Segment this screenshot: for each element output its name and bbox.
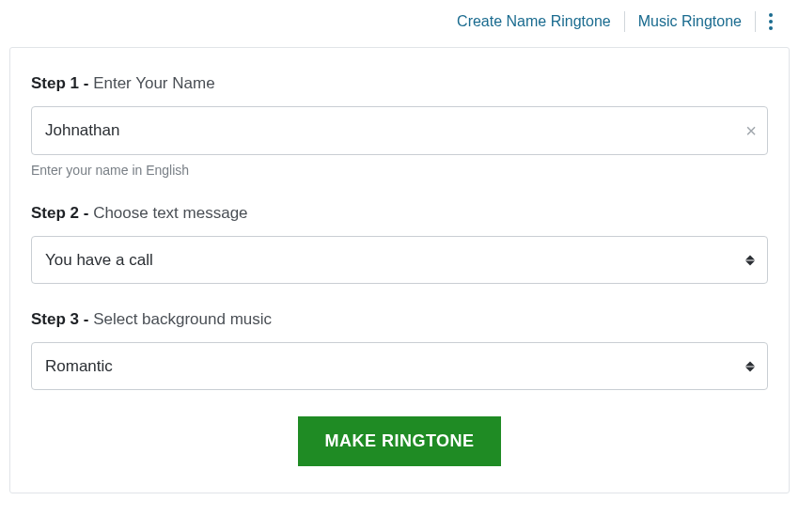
clear-icon[interactable]: ×: [745, 121, 757, 140]
step1-label: Step 1 - Enter Your Name: [31, 74, 768, 93]
kebab-menu-icon[interactable]: [756, 13, 782, 30]
music-select-wrap: Romantic: [31, 342, 768, 390]
step3-label: Step 3 - Select background music: [31, 310, 768, 329]
ringtone-form-card: Step 1 - Enter Your Name × Enter your na…: [9, 47, 790, 493]
name-input[interactable]: [31, 106, 768, 155]
step2-label: Step 2 - Choose text message: [31, 204, 768, 223]
submit-wrap: MAKE RINGTONE: [31, 416, 768, 466]
name-input-wrap: ×: [31, 106, 768, 155]
top-nav: Create Name Ringtone Music Ringtone: [0, 0, 799, 41]
message-select[interactable]: You have a call: [31, 236, 768, 284]
nav-link-create[interactable]: Create Name Ringtone: [444, 13, 624, 30]
message-select-wrap: You have a call: [31, 236, 768, 284]
name-hint: Enter your name in English: [31, 163, 768, 178]
make-ringtone-button[interactable]: MAKE RINGTONE: [298, 416, 500, 466]
music-select[interactable]: Romantic: [31, 342, 768, 390]
nav-link-music[interactable]: Music Ringtone: [625, 13, 755, 30]
